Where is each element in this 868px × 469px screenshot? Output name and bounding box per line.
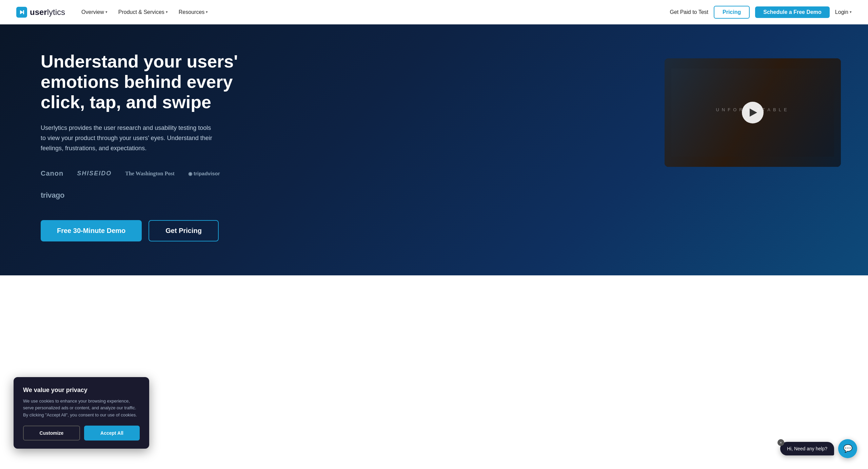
play-icon: [750, 109, 757, 117]
navbar: userlytics Overview ▾ Product & Services…: [0, 0, 868, 24]
svg-marker-0: [20, 10, 23, 14]
hero-video[interactable]: UNFORGETTABLE: [665, 58, 841, 167]
pricing-button[interactable]: Pricing: [714, 6, 750, 19]
video-background: UNFORGETTABLE: [665, 58, 841, 167]
trivago-logo: trivago: [41, 191, 64, 200]
logo-icon: [16, 7, 27, 18]
brand-logos: Canon SHISEIDO The Washington Post ◉ tri…: [41, 170, 244, 200]
nav-right: Get Paid to Test Pricing Schedule a Free…: [670, 6, 852, 19]
login-button[interactable]: Login ▾: [835, 9, 852, 15]
nav-overview[interactable]: Overview ▾: [77, 6, 112, 18]
logo-text: userlytics: [30, 7, 65, 17]
nav-resources[interactable]: Resources ▾: [175, 6, 212, 18]
schedule-demo-button[interactable]: Schedule a Free Demo: [755, 6, 830, 18]
get-paid-link[interactable]: Get Paid to Test: [670, 9, 708, 15]
chevron-down-icon: ▾: [166, 10, 168, 14]
video-play-button[interactable]: [742, 102, 764, 123]
chevron-down-icon: ▾: [850, 10, 852, 14]
chevron-down-icon: ▾: [206, 10, 208, 14]
hero-subtitle: Userlytics provides the user research an…: [41, 123, 217, 153]
svg-rect-1: [23, 10, 24, 14]
nav-left: userlytics Overview ▾ Product & Services…: [16, 6, 212, 18]
nav-links: Overview ▾ Product & Services ▾ Resource…: [77, 6, 212, 18]
free-demo-button[interactable]: Free 30-Minute Demo: [41, 220, 142, 241]
chevron-down-icon: ▾: [105, 10, 107, 14]
hero-cta: Free 30-Minute Demo Get Pricing: [41, 220, 244, 241]
hero-content: Understand your users' emotions behind e…: [41, 52, 244, 241]
hero-title: Understand your users' emotions behind e…: [41, 52, 244, 112]
get-pricing-button[interactable]: Get Pricing: [149, 220, 219, 241]
tripadvisor-logo: ◉ tripadvisor: [188, 171, 220, 176]
shiseido-logo: SHISEIDO: [77, 170, 112, 177]
canon-logo: Canon: [41, 170, 63, 177]
washington-post-logo: The Washington Post: [125, 171, 175, 177]
nav-product-services[interactable]: Product & Services ▾: [114, 6, 172, 18]
logo[interactable]: userlytics: [16, 7, 65, 18]
hero-section: Understand your users' emotions behind e…: [0, 24, 868, 275]
